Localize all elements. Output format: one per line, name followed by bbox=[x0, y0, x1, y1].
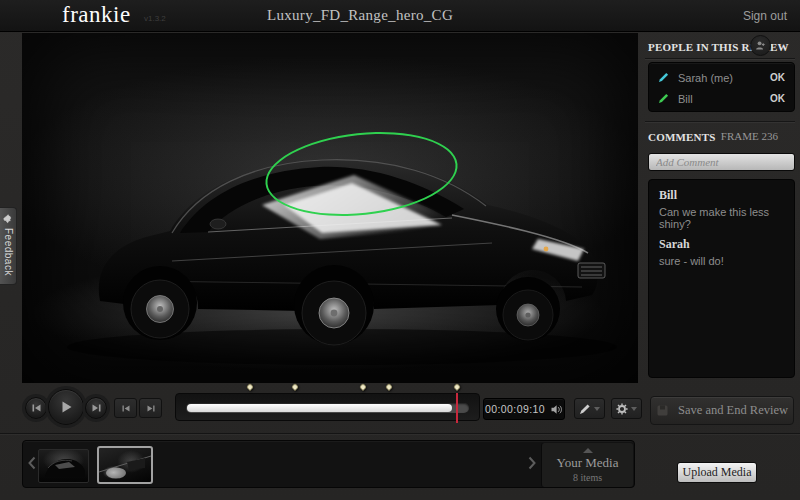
step-back-button[interactable] bbox=[25, 397, 47, 419]
play-button[interactable] bbox=[48, 389, 84, 425]
your-media-label: Your Media bbox=[557, 455, 619, 471]
chevron-down-icon bbox=[594, 407, 600, 411]
divider bbox=[0, 433, 800, 434]
timecode-value: 00:00:09:10 bbox=[485, 403, 545, 415]
media-thumbnail[interactable] bbox=[38, 449, 89, 483]
video-viewport[interactable] bbox=[22, 33, 638, 383]
upload-media-button[interactable]: Upload Media bbox=[677, 462, 757, 483]
comment-author: Bill bbox=[659, 188, 784, 203]
skip-to-end-button[interactable] bbox=[139, 398, 162, 418]
divider bbox=[645, 58, 795, 59]
step-back-icon bbox=[32, 404, 41, 412]
step-forward-button[interactable] bbox=[85, 397, 107, 419]
top-bar: frankie v1.3.2 Luxury_FD_Range_hero_CG S… bbox=[0, 0, 800, 32]
save-and-end-review-button[interactable]: Save and End Review bbox=[650, 396, 794, 425]
divider bbox=[645, 121, 795, 122]
timeline-marker-pin[interactable] bbox=[291, 383, 299, 391]
add-person-icon bbox=[755, 40, 766, 51]
chevron-right-icon[interactable] bbox=[528, 456, 536, 470]
settings-button[interactable] bbox=[611, 398, 642, 419]
frame-number-label: FRAME 236 bbox=[721, 130, 778, 142]
thumbnail-image bbox=[39, 450, 89, 483]
comment-text: sure - will do! bbox=[659, 255, 784, 267]
chevron-up-icon bbox=[583, 448, 593, 453]
draw-tool-button[interactable] bbox=[574, 398, 605, 419]
media-strip: Your Media 8 items bbox=[22, 440, 635, 488]
reviewer-row[interactable]: Sarah (me) OK bbox=[649, 67, 794, 88]
reviewer-name: Bill bbox=[678, 93, 770, 105]
chevron-down-icon bbox=[631, 407, 637, 411]
save-review-icon bbox=[656, 404, 669, 417]
pencil-icon bbox=[658, 72, 669, 83]
add-comment-input[interactable] bbox=[648, 153, 795, 171]
reviewer-name: Sarah (me) bbox=[678, 72, 770, 84]
your-media-drawer-toggle[interactable]: Your Media 8 items bbox=[541, 443, 633, 487]
app-logo: frankie bbox=[62, 2, 131, 28]
comment-author: Sarah bbox=[659, 237, 784, 252]
timeline-marker-pin[interactable] bbox=[385, 383, 393, 391]
gear-icon bbox=[616, 403, 628, 415]
comment-text: Can we make this less shiny? bbox=[659, 206, 784, 230]
playhead[interactable] bbox=[456, 393, 458, 423]
pencil-icon bbox=[658, 93, 669, 104]
sidebar: PEOPLE IN THIS REVIEW Sarah (me) OK bbox=[645, 33, 795, 430]
timeline-track[interactable] bbox=[186, 403, 469, 413]
people-list: Sarah (me) OK Bill OK bbox=[648, 62, 795, 112]
timeline-markers bbox=[185, 381, 470, 393]
app-version: v1.3.2 bbox=[144, 14, 166, 23]
comment-item[interactable]: Bill Can we make this less shiny? bbox=[659, 188, 784, 230]
comments-header: COMMENTS bbox=[648, 131, 716, 143]
sign-out-link[interactable]: Sign out bbox=[743, 9, 787, 23]
add-person-button[interactable] bbox=[750, 35, 771, 56]
review-title: Luxury_FD_Range_hero_CG bbox=[250, 7, 470, 24]
play-icon bbox=[61, 401, 72, 413]
chevron-left-icon[interactable] bbox=[28, 456, 36, 470]
feedback-tab-label: Feedback bbox=[3, 228, 14, 276]
skip-to-start-icon bbox=[122, 405, 130, 412]
skip-to-start-button[interactable] bbox=[114, 398, 137, 418]
save-button-label: Save and End Review bbox=[678, 403, 788, 418]
media-thumbnail-selected[interactable] bbox=[97, 446, 153, 484]
comments-list: Bill Can we make this less shiny? Sarah … bbox=[648, 179, 795, 378]
reviewer-row[interactable]: Bill OK bbox=[649, 88, 794, 109]
reviewer-status: OK bbox=[770, 72, 785, 83]
timeline-marker-pin[interactable] bbox=[453, 383, 461, 391]
feedback-tab[interactable]: Feedback bbox=[0, 207, 17, 285]
timeline-marker-pin[interactable] bbox=[246, 383, 254, 391]
megaphone-icon bbox=[1, 212, 15, 226]
timecode-display: 00:00:09:10 bbox=[483, 398, 565, 420]
timeline-marker-pin[interactable] bbox=[359, 383, 367, 391]
pencil-tool-icon bbox=[579, 403, 591, 415]
thumbnail-image bbox=[99, 448, 151, 482]
comment-item[interactable]: Sarah sure - will do! bbox=[659, 237, 784, 267]
upload-button-label: Upload Media bbox=[683, 465, 752, 480]
timeline-well bbox=[175, 393, 480, 421]
media-item-count: 8 items bbox=[573, 472, 602, 483]
volume-icon[interactable] bbox=[551, 404, 563, 415]
skip-to-end-icon bbox=[147, 405, 155, 412]
app-window: frankie v1.3.2 Luxury_FD_Range_hero_CG S… bbox=[0, 0, 800, 500]
step-forward-icon bbox=[92, 404, 101, 412]
reviewer-status: OK bbox=[770, 93, 785, 104]
progress-fill bbox=[187, 404, 452, 412]
